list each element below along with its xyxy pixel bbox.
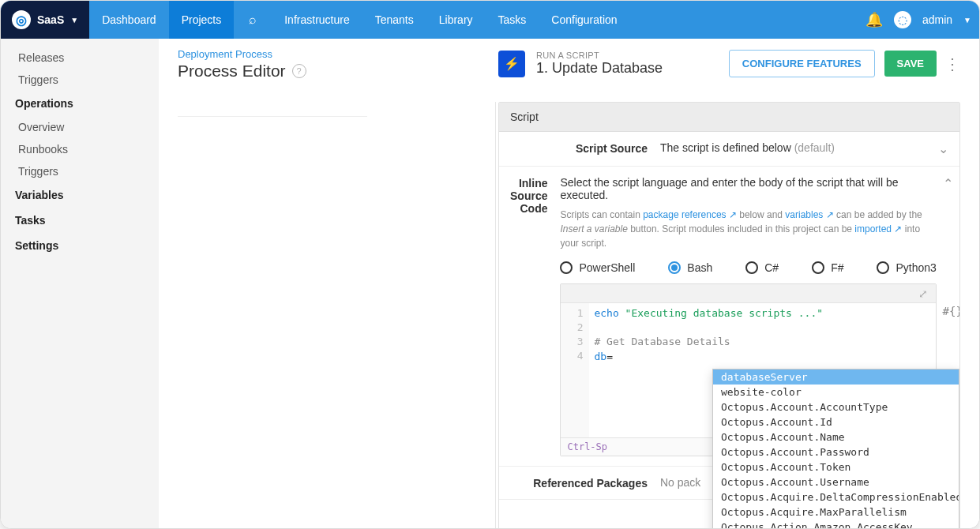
variables-link[interactable]: variables ↗ <box>785 209 833 220</box>
lang-radio-csharp[interactable]: C# <box>745 261 779 274</box>
sidebar-head-operations[interactable]: Operations <box>1 91 159 116</box>
autocomplete-item[interactable]: website-color <box>713 385 959 400</box>
autocomplete-item[interactable]: Octopus.Account.AccountType <box>713 400 959 415</box>
sidebar-head-tasks[interactable]: Tasks <box>1 208 159 233</box>
script-section-header: Script <box>499 103 959 132</box>
step-editor-panel: Script Script Source The script is defin… <box>498 102 960 529</box>
nav-configuration[interactable]: Configuration <box>539 1 629 39</box>
chevron-down-icon: ▼ <box>70 16 78 24</box>
help-icon[interactable]: ? <box>292 64 306 78</box>
script-source-label: Script Source <box>510 141 660 155</box>
search-icon[interactable]: ⌕ <box>234 1 272 39</box>
sidebar-head-settings[interactable]: Settings <box>1 233 159 258</box>
inline-source-label: Inline Source Code <box>510 176 560 215</box>
main-nav: DashboardProjects⌕InfrastructureTenantsL… <box>89 1 629 39</box>
nav-tasks[interactable]: Tasks <box>486 1 539 39</box>
autocomplete-item[interactable]: Octopus.Account.Token <box>713 460 959 475</box>
inline-source-desc: Select the script language and enter the… <box>560 176 898 201</box>
sidebar-item-triggers[interactable]: Triggers <box>1 160 159 182</box>
configure-features-button[interactable]: CONFIGURE FEATURES <box>729 50 875 77</box>
nav-infrastructure[interactable]: Infrastructure <box>272 1 362 39</box>
referenced-packages-label: Referenced Packages <box>510 476 660 490</box>
insert-variable-button[interactable]: #{} <box>943 305 960 317</box>
autocomplete-item[interactable]: Octopus.Account.Id <box>713 415 959 430</box>
editor-gutter: 1234 <box>561 303 589 437</box>
step-icon: ⚡ <box>498 51 525 77</box>
autocomplete-item[interactable]: Octopus.Account.Name <box>713 430 959 445</box>
nav-projects[interactable]: Projects <box>169 1 235 39</box>
imported-link[interactable]: imported ↗ <box>854 223 902 234</box>
package-references-link[interactable]: package references ↗ <box>643 209 737 220</box>
autocomplete-popup[interactable]: databaseServerwebsite-colorOctopus.Accou… <box>712 369 959 529</box>
autocomplete-item[interactable]: databaseServer <box>713 370 959 385</box>
lang-radio-python3[interactable]: Python3 <box>877 261 936 274</box>
sidebar: ReleasesTriggersOperationsOverviewRunboo… <box>1 39 159 529</box>
language-radios: PowerShellBashC#F#Python3 <box>560 261 936 274</box>
sidebar-item-overview[interactable]: Overview <box>1 116 159 138</box>
autocomplete-item[interactable]: Octopus.Acquire.MaxParallelism <box>713 505 959 520</box>
step-name: 1. Update Database <box>536 60 663 77</box>
nav-tenants[interactable]: Tenants <box>362 1 426 39</box>
lang-radio-bash[interactable]: Bash <box>668 261 712 274</box>
sidebar-item-runbooks[interactable]: Runbooks <box>1 138 159 160</box>
sidebar-item-releases[interactable]: Releases <box>1 47 159 69</box>
topbar: ◎ SaaS ▼ DashboardProjects⌕Infrastructur… <box>1 1 979 39</box>
brand-logo-icon: ◎ <box>12 10 31 29</box>
autocomplete-item[interactable]: Octopus.Account.Username <box>713 475 959 490</box>
main-content: Deployment Process Process Editor ? ⚡ RU… <box>159 39 979 529</box>
user-menu-chevron-icon[interactable]: ▼ <box>963 16 971 24</box>
lang-radio-powershell[interactable]: PowerShell <box>560 261 635 274</box>
sidebar-head-variables[interactable]: Variables <box>1 182 159 208</box>
page-title: Process Editor <box>178 62 286 81</box>
nav-library[interactable]: Library <box>426 1 486 39</box>
script-source-default: (default) <box>794 141 835 154</box>
autocomplete-item[interactable]: Octopus.Account.Password <box>713 445 959 460</box>
user-avatar-icon[interactable]: ◌ <box>894 11 911 28</box>
brand-switcher[interactable]: ◎ SaaS ▼ <box>1 1 89 39</box>
sidebar-item-triggers[interactable]: Triggers <box>1 69 159 91</box>
lang-radio-fsharp[interactable]: F# <box>812 261 843 274</box>
autocomplete-item[interactable]: Octopus.Action.Amazon.AccessKey <box>713 520 959 529</box>
expand-script-source-icon[interactable]: ⌄ <box>932 141 948 156</box>
collapse-inline-source-icon[interactable]: ⌃ <box>937 176 953 191</box>
expand-editor-icon[interactable]: ⤢ <box>918 287 928 300</box>
step-type-label: RUN A SCRIPT <box>536 51 663 60</box>
user-name[interactable]: admin <box>922 13 952 26</box>
save-button[interactable]: SAVE <box>884 51 937 77</box>
brand-name: SaaS <box>37 13 64 26</box>
script-source-value: The script is defined below <box>660 141 791 154</box>
inline-source-help: Scripts can contain package references ↗… <box>560 208 936 250</box>
autocomplete-item[interactable]: Octopus.Acquire.DeltaCompressionEnabled <box>713 490 959 505</box>
notifications-icon[interactable]: 🔔 <box>865 11 883 28</box>
overflow-menu-icon[interactable]: ⋮ <box>944 54 960 73</box>
nav-dashboard[interactable]: Dashboard <box>89 1 169 39</box>
